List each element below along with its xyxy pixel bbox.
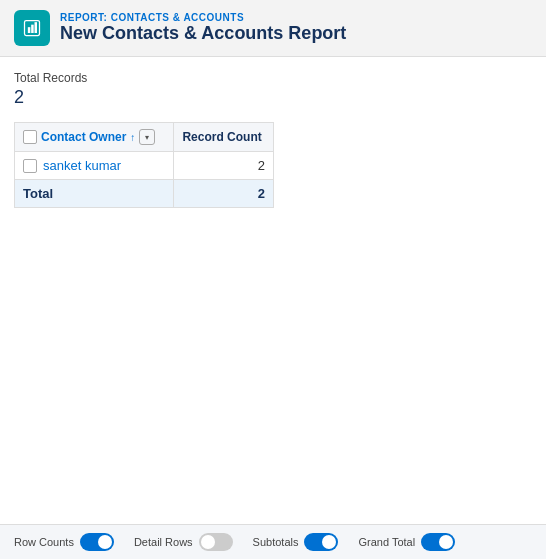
footer-grand-total: Grand Total [358, 533, 455, 551]
col-header-owner: Contact Owner ↑ ▾ [15, 123, 174, 152]
col-header-count: Record Count [174, 123, 274, 152]
total-label: Total [15, 180, 174, 208]
report-subtitle: REPORT: CONTACTS & ACCOUNTS [60, 12, 346, 23]
header-text: REPORT: CONTACTS & ACCOUNTS New Contacts… [60, 12, 346, 44]
detail-rows-slider [199, 533, 233, 551]
main-content: Total Records 2 Contact Owner ↑ ▾ Record… [0, 57, 546, 524]
report-header: REPORT: CONTACTS & ACCOUNTS New Contacts… [0, 0, 546, 57]
svg-rect-2 [31, 25, 34, 33]
report-table: Contact Owner ↑ ▾ Record Count sanket ku… [14, 122, 274, 208]
table-header-row: Contact Owner ↑ ▾ Record Count [15, 123, 274, 152]
subtotals-slider [304, 533, 338, 551]
detail-rows-label: Detail Rows [134, 536, 193, 548]
col-count-label: Record Count [182, 130, 261, 144]
footer-detail-rows: Detail Rows [134, 533, 233, 551]
total-records-value: 2 [14, 87, 532, 108]
grand-total-slider [421, 533, 455, 551]
subtotals-toggle[interactable] [304, 533, 338, 551]
sort-asc-icon[interactable]: ↑ [130, 132, 135, 143]
row-counts-label: Row Counts [14, 536, 74, 548]
td-count: 2 [174, 152, 274, 180]
total-row: Total 2 [15, 180, 274, 208]
select-all-checkbox[interactable] [23, 130, 37, 144]
col-owner-label: Contact Owner [41, 130, 126, 144]
row-counts-toggle[interactable] [80, 533, 114, 551]
owner-link[interactable]: sanket kumar [43, 158, 121, 173]
filter-button[interactable]: ▾ [139, 129, 155, 145]
footer-bar: Row Counts Detail Rows Subtotals Grand T… [0, 524, 546, 559]
detail-rows-toggle[interactable] [199, 533, 233, 551]
subtotals-label: Subtotals [253, 536, 299, 548]
grand-total-toggle[interactable] [421, 533, 455, 551]
row-counts-slider [80, 533, 114, 551]
report-title: New Contacts & Accounts Report [60, 23, 346, 44]
row-checkbox[interactable] [23, 159, 37, 173]
footer-row-counts: Row Counts [14, 533, 114, 551]
svg-rect-3 [35, 22, 38, 33]
footer-subtotals: Subtotals [253, 533, 339, 551]
table-row: sanket kumar 2 [15, 152, 274, 180]
total-count: 2 [174, 180, 274, 208]
td-owner: sanket kumar [15, 152, 174, 180]
grand-total-label: Grand Total [358, 536, 415, 548]
svg-rect-1 [28, 27, 30, 33]
total-records-label: Total Records [14, 71, 532, 85]
report-icon [14, 10, 50, 46]
